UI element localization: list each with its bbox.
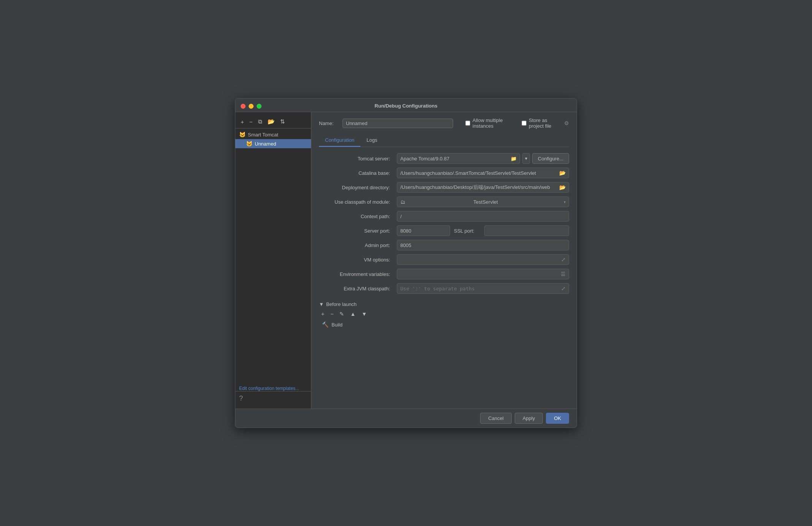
deployment-dir-row: Deployment directory: 📂 xyxy=(319,182,569,193)
classpath-module-select[interactable]: 🗂 TestServlet ▾ xyxy=(397,196,569,207)
allow-multiple-checkbox-item[interactable]: Allow multiple instances xyxy=(465,117,514,129)
tomcat-dropdown-btn[interactable]: ▾ xyxy=(522,153,530,164)
vm-options-expand-icon[interactable]: ⤢ xyxy=(561,257,566,263)
configure-button[interactable]: Configure... xyxy=(532,153,569,164)
minimize-button[interactable] xyxy=(249,104,254,109)
sidebar-item-label: Unnamed xyxy=(255,141,276,147)
tab-logs[interactable]: Logs xyxy=(360,134,383,147)
context-path-label: Context path: xyxy=(319,214,393,219)
tomcat-server-label: Tomcat server: xyxy=(319,156,393,162)
main-content: + − ⧉ 📂 ⇅ 🐱 Smart Tomcat 🐱 Unnamed Edit … xyxy=(235,112,577,409)
store-project-checkbox[interactable] xyxy=(522,120,527,126)
smart-tomcat-group-icon: 🐱 xyxy=(239,132,246,138)
context-path-input[interactable] xyxy=(397,211,569,222)
cancel-button[interactable]: Cancel xyxy=(480,413,511,424)
bl-remove-button[interactable]: − xyxy=(328,310,336,318)
vm-options-input[interactable] xyxy=(400,257,561,263)
name-label: Name: xyxy=(319,120,338,126)
bl-edit-button[interactable]: ✎ xyxy=(337,310,346,318)
bl-down-button[interactable]: ▼ xyxy=(359,310,369,318)
env-vars-row: Environment variables: ☰ xyxy=(319,269,569,279)
run-debug-dialog: Run/Debug Configurations + − ⧉ 📂 ⇅ 🐱 Sma… xyxy=(235,98,577,428)
vm-options-label: VM options: xyxy=(319,257,393,263)
admin-port-input[interactable] xyxy=(397,240,569,250)
extra-classpath-label: Extra JVM classpath: xyxy=(319,286,393,292)
right-panel: Name: Allow multiple instances Store as … xyxy=(311,112,577,409)
before-launch-header: ▼ Before launch xyxy=(319,301,569,307)
before-launch-chevron: ▼ xyxy=(319,301,324,307)
title-bar: Run/Debug Configurations xyxy=(235,98,577,112)
ssl-port-input[interactable] xyxy=(484,225,569,236)
server-port-input[interactable] xyxy=(397,225,450,236)
admin-port-label: Admin port: xyxy=(319,242,393,248)
tomcat-folder-icon: 📁 xyxy=(511,156,517,162)
build-label: Build xyxy=(331,322,343,328)
catalina-base-input[interactable] xyxy=(400,170,559,176)
checkboxes: Allow multiple instances Store as projec… xyxy=(465,117,569,129)
env-vars-field-wrapper: ☰ xyxy=(397,269,569,279)
sidebar-toolbar: + − ⧉ 📂 ⇅ xyxy=(235,115,311,128)
sidebar-bottom: Edit configuration templates... ? xyxy=(235,385,311,406)
sidebar: + − ⧉ 📂 ⇅ 🐱 Smart Tomcat 🐱 Unnamed Edit … xyxy=(235,112,311,409)
ok-button[interactable]: OK xyxy=(546,413,569,424)
copy-config-button[interactable]: ⧉ xyxy=(257,117,264,126)
before-launch-toolbar: + − ✎ ▲ ▼ xyxy=(319,310,569,318)
deployment-dir-label: Deployment directory: xyxy=(319,185,393,190)
before-launch-label: Before launch xyxy=(326,301,357,307)
tabs: Configuration Logs xyxy=(319,134,569,147)
ssl-port-label: SSL port: xyxy=(454,228,481,234)
extra-classpath-input[interactable] xyxy=(400,286,561,292)
deployment-dir-folder-icon[interactable]: 📂 xyxy=(559,184,566,190)
env-vars-label: Environment variables: xyxy=(319,271,393,277)
window-controls xyxy=(241,104,262,109)
context-path-row: Context path: xyxy=(319,211,569,222)
dialog-title: Run/Debug Configurations xyxy=(374,103,437,109)
name-input[interactable] xyxy=(343,119,453,128)
sidebar-top: + − ⧉ 📂 ⇅ 🐱 Smart Tomcat 🐱 Unnamed xyxy=(235,115,311,148)
server-port-label: Server port: xyxy=(319,228,393,234)
config-form: Tomcat server: Apache Tomcat/9.0.87 📁 ▾ … xyxy=(319,153,569,294)
close-button[interactable] xyxy=(241,104,246,109)
store-project-label: Store as project file xyxy=(529,117,560,129)
gear-icon[interactable]: ⚙ xyxy=(564,120,569,126)
name-row: Name: Allow multiple instances Store as … xyxy=(319,117,569,129)
classpath-dropdown-arrow: ▾ xyxy=(564,200,566,204)
remove-config-button[interactable]: − xyxy=(248,118,254,126)
edit-templates-link[interactable]: Edit configuration templates... xyxy=(235,382,303,395)
vm-options-field-wrapper: ⤢ xyxy=(397,254,569,265)
sidebar-item-unnamed[interactable]: 🐱 Unnamed xyxy=(235,139,311,148)
store-project-checkbox-item[interactable]: Store as project file ⚙ xyxy=(522,117,569,129)
env-vars-browse-icon[interactable]: ☰ xyxy=(561,271,566,277)
catalina-base-row: Catalina base: 📂 xyxy=(319,168,569,178)
bl-up-button[interactable]: ▲ xyxy=(348,310,358,318)
move-config-button[interactable]: 📂 xyxy=(266,117,276,126)
catalina-base-label: Catalina base: xyxy=(319,170,393,176)
maximize-button[interactable] xyxy=(257,104,262,109)
tomcat-server-select[interactable]: Apache Tomcat/9.0.87 📁 xyxy=(397,153,520,164)
build-item: 🔨 Build xyxy=(319,320,569,329)
extra-classpath-row: Extra JVM classpath: ⤢ xyxy=(319,283,569,294)
deployment-dir-field-wrapper: 📂 xyxy=(397,182,569,193)
tomcat-server-value: Apache Tomcat/9.0.87 xyxy=(400,156,449,162)
classpath-label: Use classpath of module: xyxy=(319,199,393,205)
sidebar-group-smart-tomcat[interactable]: 🐱 Smart Tomcat xyxy=(235,130,311,139)
catalina-base-field-wrapper: 📂 xyxy=(397,168,569,178)
unnamed-config-icon: 🐱 xyxy=(246,141,252,147)
apply-button[interactable]: Apply xyxy=(515,413,543,424)
allow-multiple-checkbox[interactable] xyxy=(465,120,470,126)
sort-config-button[interactable]: ⇅ xyxy=(279,117,287,126)
dialog-footer: Cancel Apply OK xyxy=(235,409,577,428)
tab-configuration[interactable]: Configuration xyxy=(319,134,360,147)
vm-options-row: VM options: ⤢ xyxy=(319,254,569,265)
add-config-button[interactable]: + xyxy=(239,118,246,126)
env-vars-input[interactable] xyxy=(400,271,561,277)
build-hammer-icon: 🔨 xyxy=(322,322,328,328)
module-icon: 🗂 xyxy=(400,199,405,205)
classpath-value: TestServlet xyxy=(473,199,498,205)
classpath-row: Use classpath of module: 🗂 TestServlet ▾ xyxy=(319,196,569,207)
extra-classpath-expand-icon[interactable]: ⤢ xyxy=(561,285,566,292)
deployment-dir-input[interactable] xyxy=(400,185,559,190)
port-row: Server port: SSL port: xyxy=(319,225,569,236)
catalina-base-folder-icon[interactable]: 📂 xyxy=(559,170,566,176)
bl-add-button[interactable]: + xyxy=(319,310,327,318)
